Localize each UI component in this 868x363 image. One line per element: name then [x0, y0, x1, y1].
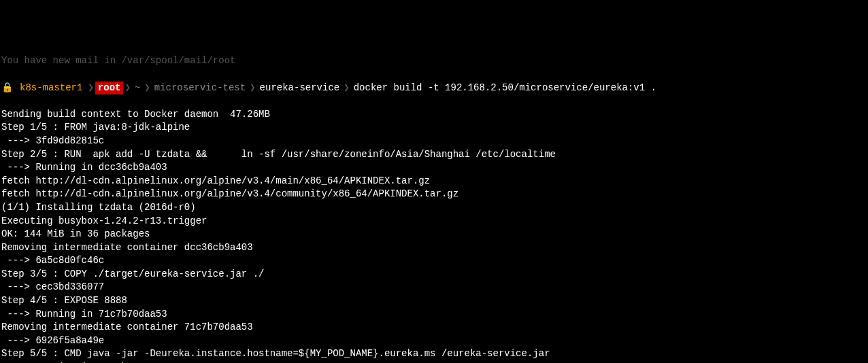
output-line: ---> Running in 71c7b70daa53 — [1, 308, 867, 322]
output-line: Executing busybox-1.24.2-r13.trigger — [1, 215, 867, 228]
output-line: Step 4/5 : EXPOSE 8888 — [1, 294, 867, 308]
output-line: Step 5/5 : CMD java -jar -Deureka.instan… — [1, 347, 867, 361]
truncated-line: You have new mail in /var/spool/mail/roo… — [1, 54, 867, 68]
output-line: ---> 6926f5a8a49e — [1, 334, 867, 348]
separator-icon: ❯ — [88, 82, 93, 95]
path-tilde: ~ — [132, 82, 143, 95]
output-line: Step 1/5 : FROM java:8-jdk-alpine — [1, 121, 867, 135]
terminal-window[interactable]: You have new mail in /var/spool/mail/roo… — [1, 41, 867, 363]
path-segment-1: microservic-test — [152, 82, 248, 95]
output-line: Sending build context to Docker daemon 4… — [1, 108, 867, 122]
command-text: docker build -t 192.168.2.50/microservic… — [354, 82, 656, 95]
host-segment: k8s-master1 — [16, 82, 86, 95]
output-line: OK: 144 MiB in 36 packages — [1, 228, 867, 241]
output-line: Step 3/5 : COPY ./target/eureka-service.… — [1, 268, 867, 281]
path-segment-2: eureka-service — [257, 82, 343, 95]
output-line: ---> 6a5c8d0fc46c — [1, 254, 867, 268]
output-container: Sending build context to Docker daemon 4… — [1, 108, 867, 363]
output-line: ---> Running in dcc36cb9a403 — [1, 161, 867, 175]
output-line: ---> cec3bd336077 — [1, 281, 867, 294]
separator-icon: ❯ — [250, 82, 255, 95]
separator-icon: ❯ — [144, 82, 150, 95]
output-line: fetch http://dl-cdn.alpinelinux.org/alpi… — [1, 175, 867, 188]
separator-icon: ❯ — [344, 82, 349, 95]
lock-icon: 🔒 — [1, 82, 13, 95]
output-line: ---> 3fd9dd82815c — [1, 135, 867, 148]
output-line: Removing intermediate container 71c7b70d… — [1, 321, 867, 334]
separator-icon: ❯ — [124, 82, 130, 95]
output-line: fetch http://dl-cdn.alpinelinux.org/alpi… — [1, 188, 867, 201]
output-line: Removing intermediate container dcc36cb9… — [1, 241, 867, 255]
output-line: Step 2/5 : RUN apk add -U tzdata && ln -… — [1, 148, 867, 162]
output-line: (1/1) Installing tzdata (2016d-r0) — [1, 201, 867, 215]
prompt-line-1: 🔒k8s-master1❯root❯~❯microservic-test❯eur… — [1, 82, 867, 95]
user-segment: root — [95, 82, 124, 95]
